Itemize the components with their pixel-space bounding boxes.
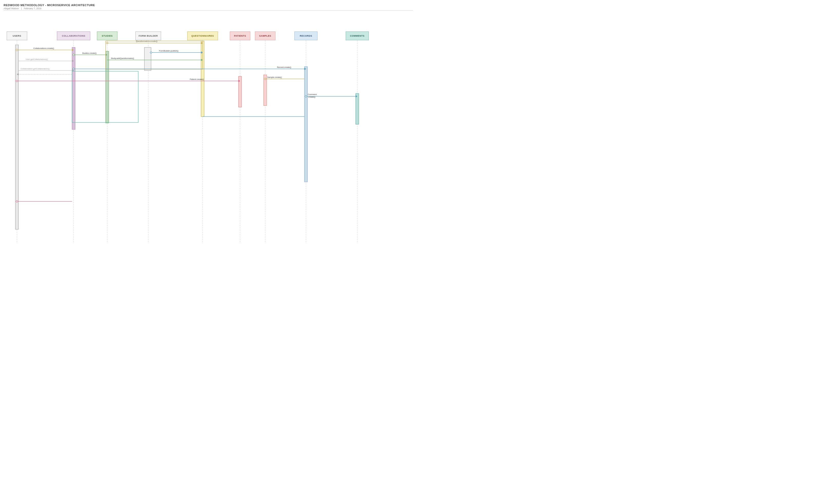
svg-marker-42	[72, 70, 74, 72]
service-collaborations[interactable]: COLLABORATIONS	[57, 31, 90, 40]
svg-marker-64	[16, 200, 18, 202]
svg-rect-14	[239, 76, 242, 107]
svg-text:Study.addQuestionnaire(): Study.addQuestionnaire()	[111, 57, 134, 59]
service-studies[interactable]: STUDIES	[97, 31, 117, 40]
svg-marker-52	[16, 80, 18, 82]
svg-text:FormBuilder.publish(): FormBuilder.publish()	[159, 50, 178, 52]
svg-text:Patient.create(): Patient.create()	[190, 78, 204, 80]
svg-text:Collaborations.create(): Collaborations.create()	[33, 47, 54, 49]
svg-rect-15	[264, 75, 267, 106]
svg-marker-27	[72, 60, 74, 62]
svg-marker-22	[73, 54, 75, 56]
svg-marker-56	[264, 78, 266, 80]
main-title: REDWOOD METHODOLOGY - MICROSERVICE ARCHI…	[4, 4, 95, 7]
svg-marker-18	[16, 49, 18, 51]
author: Abigail Watson	[4, 7, 19, 10]
svg-rect-17	[356, 94, 359, 124]
svg-rect-46	[72, 71, 138, 123]
svg-marker-34	[150, 51, 152, 54]
svg-marker-49	[304, 68, 306, 70]
svg-text:Comment: Comment	[308, 93, 317, 96]
date: February 7, 2016	[24, 7, 42, 10]
svg-marker-61	[356, 95, 357, 97]
svg-marker-31	[201, 42, 203, 44]
title-divider	[4, 10, 413, 10]
svg-marker-45	[17, 73, 19, 75]
svg-marker-47	[73, 68, 75, 70]
title-area: REDWOOD METHODOLOGY - MICROSERVICE ARCHI…	[4, 4, 95, 10]
svg-rect-16	[304, 67, 308, 182]
service-records[interactable]: RECORDS	[294, 31, 317, 40]
svg-marker-29	[106, 42, 108, 44]
svg-rect-33	[106, 41, 203, 69]
svg-text:Record.create(): Record.create()	[277, 66, 291, 69]
service-questionnaires[interactable]: QUESTIONNAIRES	[187, 31, 218, 40]
separator: |	[21, 7, 22, 10]
svg-rect-13	[201, 41, 204, 117]
service-samples[interactable]: SAMPLES	[255, 31, 276, 40]
svg-marker-39	[201, 59, 203, 61]
subtitle: Abigail Watson | February 7, 2016	[4, 7, 95, 10]
svg-text:Studies.create(): Studies.create()	[82, 52, 97, 54]
service-patients[interactable]: PATIENTS	[230, 31, 250, 40]
page: REDWOOD METHODOLOGY - MICROSERVICE ARCHI…	[0, 0, 416, 252]
svg-text:.create(): .create()	[308, 96, 315, 98]
svg-marker-36	[201, 51, 203, 54]
svg-rect-11	[106, 51, 109, 123]
svg-rect-9	[16, 45, 19, 229]
service-comments[interactable]: COMMENTS	[346, 31, 369, 40]
svg-text:User.getCollaborations(): User.getCollaborations()	[26, 58, 48, 60]
svg-marker-59	[305, 95, 307, 97]
svg-text:Sample.create(): Sample.create()	[267, 76, 282, 78]
service-users[interactable]: USERS	[7, 31, 27, 40]
svg-rect-12	[144, 47, 151, 71]
svg-marker-24	[106, 54, 107, 56]
service-formbuilder[interactable]: FORM BUILDER	[136, 31, 161, 40]
svg-text:Questionnaires.create(): Questionnaires.create()	[136, 40, 158, 42]
svg-marker-54	[239, 80, 240, 82]
svg-text:Collaboration.getCollaborators: Collaboration.getCollaborators()	[21, 68, 50, 70]
svg-rect-10	[72, 47, 75, 129]
svg-marker-20	[72, 49, 74, 51]
